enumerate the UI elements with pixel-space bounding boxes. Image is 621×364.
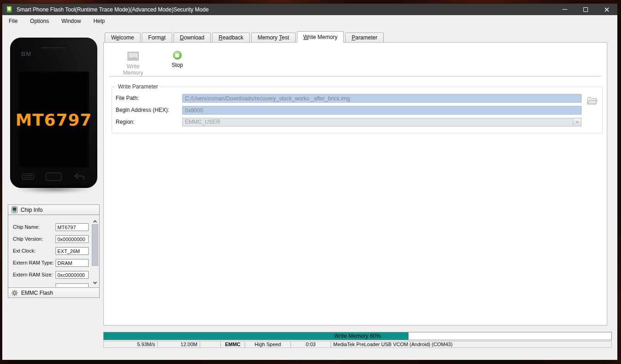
- stop-button-label: Stop: [164, 62, 190, 68]
- app-icon: [6, 6, 12, 13]
- menu-options[interactable]: Options: [25, 16, 54, 26]
- chip-field-partial[interactable]: [56, 283, 89, 287]
- phone-menu-icon: [22, 173, 34, 180]
- tab-bar: Welcome Format Download Readback Memory …: [105, 32, 385, 42]
- extern-ram-size-field[interactable]: [56, 271, 89, 279]
- title-bar: Smart Phone Flash Tool(Runtime Trace Mod…: [2, 4, 617, 15]
- phone-shadow: [15, 185, 92, 193]
- stop-button[interactable]: Stop: [164, 51, 190, 68]
- chevron-down-icon: [93, 280, 97, 284]
- memory-chip-icon: [128, 52, 139, 61]
- toolbar-separator: [109, 76, 601, 77]
- status-speed: 5.93M/s: [104, 342, 158, 347]
- chevron-up-icon: [93, 220, 97, 224]
- tab-download[interactable]: Download: [173, 33, 211, 42]
- phone-chip-label: MT6797: [16, 110, 92, 129]
- scroll-up-button[interactable]: [92, 218, 98, 225]
- extern-ram-size-label: Extern RAM Size:: [13, 271, 53, 279]
- chip-version-field[interactable]: [56, 235, 89, 243]
- status-storage-type: EMMC: [221, 342, 245, 347]
- begin-address-field[interactable]: [182, 106, 582, 115]
- region-label: Region:: [116, 118, 134, 127]
- status-elapsed-time: 0:03: [291, 342, 331, 347]
- tab-parameter[interactable]: Parameter: [345, 33, 384, 42]
- tab-welcome[interactable]: Welcome: [105, 33, 140, 42]
- tab-readback[interactable]: Readback: [212, 33, 250, 42]
- tab-write-memory[interactable]: Write Memory: [297, 31, 344, 43]
- browse-file-button[interactable]: [587, 96, 598, 105]
- phone-back-icon: [73, 173, 85, 181]
- chip-version-label: Chip Version:: [13, 235, 43, 243]
- maximize-icon: [583, 7, 588, 12]
- phone-screen: MT6797: [18, 72, 89, 168]
- window-title: Smart Phone Flash Tool(Runtime Trace Mod…: [17, 6, 209, 13]
- emmc-flash-header[interactable]: EMMC Flash: [8, 287, 99, 298]
- write-memory-panel: Write Memory Stop Write Parameter File P…: [103, 42, 607, 325]
- phone-brand-label: BM: [21, 50, 31, 57]
- minimize-button[interactable]: [554, 4, 575, 15]
- emmc-flash-title: EMMC Flash: [21, 290, 53, 296]
- menu-bar: File Options Window Help: [2, 15, 617, 27]
- file-path-label: File Path:: [116, 94, 139, 103]
- close-icon: ×: [604, 7, 610, 12]
- phone-illustration: BM MT6797: [10, 38, 97, 188]
- chip-name-label: Chip Name:: [13, 223, 39, 231]
- progress-label: Write Memory 60%: [104, 332, 611, 340]
- region-value: EMMC_USER: [185, 119, 220, 125]
- chip-name-field[interactable]: [56, 223, 89, 231]
- extern-ram-type-field[interactable]: [56, 259, 89, 267]
- status-size: 12.00M: [158, 342, 200, 347]
- stop-icon: [173, 51, 182, 60]
- chip-info-panel: Chip Info Chip Name: Chip Version: Ext C…: [8, 204, 100, 298]
- write-parameter-group: Write Parameter File Path: Begin Address…: [112, 87, 603, 133]
- chip-info-content: Chip Name: Chip Version: Ext Clock: Exte…: [8, 215, 99, 287]
- maximize-button[interactable]: [575, 4, 596, 15]
- region-dropdown-button[interactable]: [573, 119, 581, 126]
- desktop-background: { "window": { "title": "Smart Phone Flas…: [0, 0, 621, 364]
- status-usb-speed: High Speed: [245, 342, 291, 347]
- extern-ram-type-label: Extern RAM Type:: [13, 259, 54, 267]
- menu-window[interactable]: Window: [56, 16, 86, 26]
- tab-format[interactable]: Format: [142, 33, 172, 42]
- chip-info-scrollbar[interactable]: [92, 218, 98, 286]
- chevron-down-icon: [575, 120, 578, 123]
- ext-clock-field[interactable]: [56, 247, 89, 255]
- file-path-field[interactable]: [182, 94, 582, 103]
- chip-info-icon: [11, 206, 17, 213]
- close-button[interactable]: ×: [596, 4, 617, 15]
- window-controls: ×: [554, 4, 617, 15]
- gear-icon: [11, 290, 18, 296]
- tab-memory-test[interactable]: Memory Test: [251, 33, 295, 42]
- chip-info-header[interactable]: Chip Info: [8, 205, 99, 215]
- status-empty: [200, 342, 221, 347]
- progress-bar: Write Memory 60%: [103, 332, 612, 340]
- write-parameter-title: Write Parameter: [116, 83, 160, 90]
- phone-speaker: [40, 46, 67, 49]
- menu-file[interactable]: File: [4, 16, 22, 26]
- status-bar: 5.93M/s 12.00M EMMC High Speed 0:03 Medi…: [103, 341, 612, 348]
- write-memory-button-label: Write Memory: [117, 63, 150, 76]
- phone-home-icon: [45, 172, 62, 181]
- chip-info-title: Chip Info: [21, 207, 43, 213]
- region-dropdown[interactable]: EMMC_USER: [182, 118, 582, 127]
- scroll-down-button[interactable]: [92, 280, 98, 286]
- minimize-icon: [562, 9, 567, 10]
- app-window: Smart Phone Flash Tool(Runtime Trace Mod…: [2, 4, 617, 360]
- app-body: BM MT6797 Chip Info: [2, 27, 617, 360]
- scroll-thumb[interactable]: [92, 224, 98, 266]
- phone-nav-buttons: [10, 171, 97, 182]
- write-memory-button[interactable]: Write Memory: [117, 52, 150, 76]
- menu-help[interactable]: Help: [88, 16, 110, 26]
- ext-clock-label: Ext Clock:: [13, 247, 36, 255]
- folder-icon: [587, 96, 598, 105]
- begin-address-label: Begin Address (HEX):: [116, 106, 169, 115]
- status-device-port: MediaTek PreLoader USB VCOM (Android) (C…: [331, 342, 611, 347]
